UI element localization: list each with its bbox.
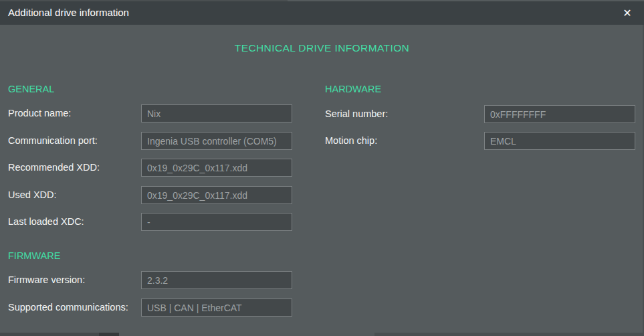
input-used-xdd[interactable] (141, 186, 292, 204)
section-heading-firmware: FIRMWARE (8, 250, 60, 261)
input-product-name[interactable] (141, 104, 292, 122)
background-window-segment (0, 333, 99, 336)
label-product-name: Product name: (8, 104, 71, 122)
label-last-loaded-xdc: Last loaded XDC: (8, 213, 84, 231)
dialog-titlebar: Additional drive information ✕ (0, 1, 644, 25)
background-window-segment (99, 333, 119, 336)
label-communication-port: Communication port: (8, 132, 98, 150)
input-motion-chip[interactable] (484, 132, 635, 150)
input-communication-port[interactable] (141, 132, 292, 150)
section-heading-general: GENERAL (8, 84, 54, 94)
input-recommended-xdd[interactable] (141, 159, 292, 177)
section-heading-hardware: HARDWARE (325, 84, 381, 94)
input-supported-communications[interactable] (141, 299, 292, 317)
label-serial-number: Serial number: (325, 105, 388, 123)
label-firmware-version: Firmware version: (8, 271, 85, 289)
label-recommended-xdd: Recommended XDD: (8, 159, 100, 177)
background-window-title: Additional drive information (127, 333, 248, 336)
close-icon[interactable]: ✕ (613, 1, 641, 25)
dialog-title: Additional drive information (8, 1, 129, 25)
background-window-strip: Additional drive information (0, 333, 644, 336)
label-motion-chip: Motion chip: (325, 132, 377, 150)
input-serial-number[interactable] (484, 105, 635, 123)
input-firmware-version[interactable] (141, 271, 292, 289)
background-window-titlebar-clipped: Additional drive information (119, 333, 374, 336)
label-used-xdd: Used XDD: (8, 186, 57, 204)
background-window-segment (374, 333, 644, 336)
page-title: TECHNICAL DRIVE INFORMATION (0, 42, 644, 54)
input-last-loaded-xdc[interactable] (141, 213, 292, 231)
label-supported-communications: Supported communications: (8, 299, 128, 317)
